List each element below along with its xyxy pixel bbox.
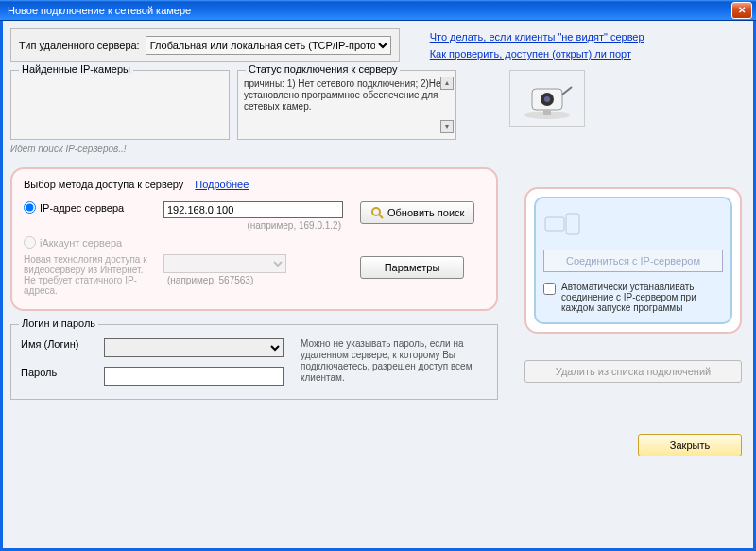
- titlebar: Новое подключение к сетевой камере ✕: [0, 0, 756, 21]
- status-scrollbar[interactable]: ▴ ▾: [440, 77, 454, 133]
- svg-rect-4: [543, 110, 551, 115]
- close-button[interactable]: Закрыть: [638, 434, 742, 456]
- status-title: Статус подключения к серверу: [246, 63, 400, 75]
- access-method-title: Выбор метода доступа к серверу: [24, 179, 183, 190]
- access-method-group: Выбор метода доступа к серверу Подробнее…: [10, 167, 498, 311]
- status-body: причины: 1) Нет сетевого подключения; 2)…: [242, 78, 452, 112]
- auto-connect-checkbox[interactable]: [543, 283, 556, 295]
- ip-address-input[interactable]: [163, 201, 343, 218]
- details-link[interactable]: Подробнее: [195, 179, 249, 190]
- link-clients-no-see[interactable]: Что делать, если клиенты "не видят" серв…: [430, 31, 644, 43]
- svg-line-7: [379, 215, 383, 218]
- delete-connection-button: Удалить из списка подключений: [524, 360, 742, 383]
- status-box: Статус подключения к серверу причины: 1)…: [237, 70, 456, 140]
- help-links: Что делать, если клиенты "не видят" серв…: [430, 28, 644, 62]
- auto-connect-label: Автоматически устанавливать соединение с…: [561, 282, 723, 313]
- window-title: Новое подключение к сетевой камере: [8, 5, 191, 16]
- connect-group: Соединиться с IP-сервером Автоматически …: [524, 187, 742, 334]
- params-button[interactable]: Параметры: [360, 256, 464, 279]
- svg-rect-8: [545, 217, 564, 231]
- login-legend: Логин и пароль: [19, 318, 98, 329]
- ip-camera-icon: [519, 76, 576, 121]
- found-cameras-box: Найденные IP-камеры: [10, 70, 230, 140]
- radio-ip-address[interactable]: [24, 201, 36, 214]
- svg-line-5: [562, 87, 572, 95]
- login-pass-label: Пароль: [21, 367, 96, 378]
- search-icon: [370, 206, 384, 219]
- account-select: [163, 254, 286, 273]
- server-type-select[interactable]: Глобальная или локальная сеть (TCP/IP-пр…: [146, 36, 391, 55]
- login-group: Логин и пароль Имя (Логин) Можно не указ…: [10, 324, 498, 400]
- radio-ip-label: IP-адрес сервера: [40, 202, 124, 214]
- right-panel: Соединиться с IP-сервером Автоматически …: [524, 187, 742, 456]
- svg-rect-9: [566, 214, 579, 234]
- login-name-select[interactable]: [104, 338, 284, 357]
- server-type-label: Тип удаленного сервера:: [19, 40, 140, 51]
- close-icon[interactable]: ✕: [731, 2, 752, 19]
- svg-point-6: [372, 208, 380, 215]
- window-body: Тип удаленного сервера: Глобальная или л…: [0, 21, 756, 551]
- login-name-label: Имя (Логин): [21, 338, 96, 350]
- login-hint: Можно не указывать пароль, если на удале…: [301, 338, 490, 384]
- account-hint: (например, 567563): [167, 275, 352, 285]
- radio-account-label: iАккаунт сервера: [40, 237, 122, 249]
- camera-image: [509, 70, 585, 127]
- scroll-down-icon[interactable]: ▾: [440, 120, 454, 133]
- scroll-up-icon[interactable]: ▴: [440, 77, 454, 90]
- login-pass-input[interactable]: [104, 367, 284, 386]
- refresh-search-button[interactable]: Обновить поиск: [360, 201, 474, 224]
- connect-button: Соединиться с IP-сервером: [543, 250, 723, 272]
- found-cameras-title: Найденные IP-камеры: [19, 63, 133, 75]
- ip-hint: (например, 169.0.1.2): [163, 220, 352, 231]
- svg-point-3: [544, 96, 550, 102]
- account-note: Новая технология доступа к видеосерверу …: [24, 254, 156, 296]
- searching-note: Идет поиск IP-серверов..!: [10, 144, 746, 154]
- server-type-group: Тип удаленного сервера: Глобальная или л…: [10, 28, 400, 62]
- radio-account: [24, 236, 36, 249]
- link-check-port[interactable]: Как проверить, доступен (открыт) ли порт: [430, 48, 631, 60]
- devices-icon: [543, 212, 581, 236]
